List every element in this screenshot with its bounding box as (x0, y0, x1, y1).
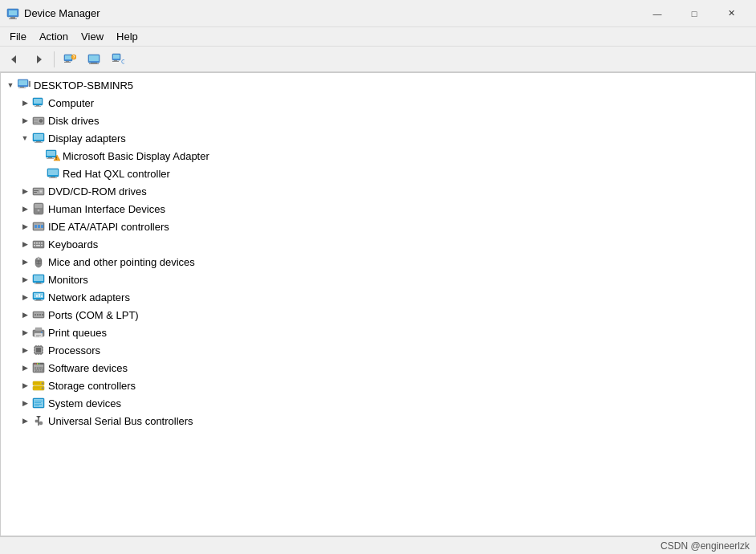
svg-rect-63 (35, 225, 37, 228)
window-title: Device Manager (24, 7, 639, 19)
processors-label: Processors (48, 344, 100, 356)
svg-rect-8 (66, 61, 69, 62)
minimize-button[interactable]: — (639, 0, 676, 27)
svg-rect-58 (35, 204, 43, 208)
expander-disk[interactable]: ▶ (18, 114, 31, 127)
monitor-icon (31, 273, 46, 286)
svg-rect-88 (39, 294, 40, 297)
scan-button[interactable]: ⟳ (107, 49, 129, 70)
close-button[interactable]: ✕ (713, 0, 750, 27)
show-properties-button[interactable]: ? (59, 49, 81, 70)
svg-point-99 (41, 332, 43, 333)
tree-node-network[interactable]: ▶ Network adapters (1, 288, 755, 306)
expander-software[interactable]: ▶ (18, 361, 31, 374)
monitors-label: Monitors (48, 274, 88, 286)
tree-node-system[interactable]: ▶ System devices (1, 394, 755, 412)
tree-node-computer[interactable]: ▶ Computer (1, 94, 755, 112)
svg-rect-72 (36, 245, 40, 246)
expander-ide[interactable]: ▶ (18, 220, 31, 233)
tree-node-dvd[interactable]: ▶ DVD/CD-ROM drives (1, 182, 755, 200)
software-icon: 01001 10110 (31, 361, 46, 374)
hid-label: Human Interface Devices (48, 203, 165, 215)
expander-processors[interactable]: ▶ (18, 344, 31, 356)
back-button[interactable] (3, 49, 26, 70)
svg-point-140 (39, 422, 43, 425)
svg-rect-29 (35, 106, 41, 107)
svg-rect-87 (36, 295, 38, 297)
tree-node-keyboard[interactable]: ▶ Keyboards (1, 235, 755, 253)
expander-display[interactable]: ▼ (18, 132, 31, 145)
expander-mice[interactable]: ▶ (18, 255, 31, 268)
status-text: CSDN @engineerlzk (660, 540, 750, 552)
expander-ports[interactable]: ▶ (18, 308, 31, 321)
svg-rect-17 (113, 55, 120, 59)
menu-action[interactable]: Action (33, 29, 75, 44)
svg-point-33 (40, 120, 41, 121)
svg-rect-85 (36, 299, 41, 300)
redhat-display-icon (46, 167, 60, 180)
root-label: DESKTOP-SBMINR5 (34, 79, 133, 92)
disk-label: Disk drives (48, 115, 100, 127)
forward-button[interactable] (27, 49, 50, 70)
expander-monitors[interactable]: ▶ (18, 273, 31, 286)
expander-network[interactable]: ▶ (18, 291, 31, 303)
maximize-button[interactable]: □ (676, 0, 713, 27)
svg-rect-28 (36, 105, 39, 106)
printer-icon (31, 326, 46, 339)
svg-rect-42 (47, 151, 55, 156)
tree-node-redhat[interactable]: Red Hat QXL controller (1, 165, 755, 182)
expander-hid[interactable]: ▶ (18, 202, 31, 215)
expander-root[interactable]: ▼ (4, 79, 17, 92)
expander-computer[interactable]: ▶ (18, 96, 31, 109)
disk-icon (31, 114, 46, 127)
expander-usb[interactable]: ▶ (18, 414, 31, 427)
tree-node-ide[interactable]: ▶ IDE ATA/ATAPI controllers (1, 218, 755, 235)
svg-rect-49 (51, 177, 55, 177)
expander-dvd[interactable]: ▶ (18, 185, 31, 198)
tree-node-ports[interactable]: ▶ Ports (COM & LPT) (1, 306, 755, 324)
tree-node-monitors[interactable]: ▶ Monitors (1, 271, 755, 288)
network-icon (31, 291, 46, 303)
print-label: Print queues (48, 327, 107, 339)
network-label: Network adapters (48, 291, 130, 303)
svg-point-128 (42, 387, 44, 389)
menu-file[interactable]: File (3, 29, 33, 44)
tree-node-msft-display[interactable]: ! Microsoft Basic Display Adapter (1, 147, 755, 165)
tree-node-disk[interactable]: ▶ Disk drives (1, 112, 755, 129)
device-tree-panel[interactable]: ▼ DESKTOP-SBMINR5 ▶ (0, 72, 756, 536)
usb-icon (31, 414, 46, 427)
toolbar: ? ⟳ (0, 47, 756, 72)
tree-node-print[interactable]: ▶ Print queues (1, 324, 755, 341)
svg-point-127 (42, 382, 44, 385)
expander-storage[interactable]: ▶ (18, 379, 31, 392)
update-driver-button[interactable] (83, 49, 105, 70)
menu-view[interactable]: View (75, 29, 110, 44)
keyboard-icon (31, 238, 46, 251)
status-bar: CSDN @engineerlzk (0, 536, 756, 554)
tree-node-usb[interactable]: ▶ Universal Serial Bus controllers (1, 412, 755, 430)
svg-rect-97 (35, 328, 42, 331)
tree-node-mice[interactable]: ▶ Mice and other pointing devices (1, 253, 755, 271)
tree-node-storage[interactable]: ▶ Storage controllers (1, 377, 755, 394)
menu-help[interactable]: Help (110, 29, 144, 44)
tree-node-root[interactable]: ▼ DESKTOP-SBMINR5 (1, 76, 755, 94)
tree-node-software[interactable]: ▶ 01001 10110 Software devices (1, 359, 755, 377)
expander-print[interactable]: ▶ (18, 326, 31, 339)
title-bar: Device Manager — □ ✕ (0, 0, 756, 27)
tree-node-hid[interactable]: ▶ Human Interface Devices (1, 200, 755, 218)
svg-point-54 (40, 191, 42, 193)
mouse-icon (31, 255, 46, 268)
tree-node-processors[interactable]: ▶ (1, 341, 755, 359)
expander-keyboard[interactable]: ▶ (18, 238, 31, 251)
svg-rect-1 (9, 10, 17, 15)
storage-icon (31, 379, 46, 392)
tree-node-display[interactable]: ▼ Display adapters (1, 129, 755, 147)
keyboard-label: Keyboards (48, 238, 98, 251)
ide-label: IDE ATA/ATAPI controllers (48, 221, 169, 233)
computer-icon (17, 79, 31, 92)
svg-marker-138 (36, 416, 41, 418)
svg-rect-70 (41, 242, 43, 244)
svg-rect-3 (9, 18, 17, 19)
svg-rect-135 (35, 404, 42, 405)
expander-system[interactable]: ▶ (18, 397, 31, 409)
